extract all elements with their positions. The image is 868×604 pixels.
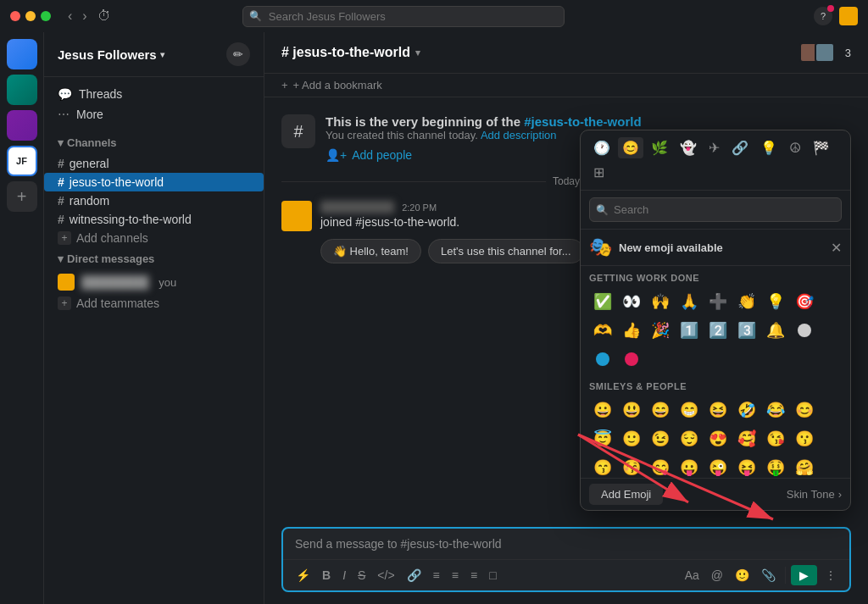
emoji-hands-heart[interactable]: 🫶 [589,317,616,344]
minimize-button[interactable] [25,11,36,21]
workspace-name[interactable]: Jesus Followers ▾ [58,47,164,62]
skin-tone-button[interactable]: Skin Tone › [787,488,842,501]
close-button[interactable] [10,11,20,21]
emoji-cat-travel[interactable]: ✈ [704,137,724,158]
send-button[interactable]: ▶ [791,565,817,585]
emoji-tool[interactable]: 🙂 [731,566,754,585]
forward-button[interactable]: › [79,7,90,25]
emoji-blue-circle[interactable] [589,346,616,373]
emoji-blush[interactable]: 😊 [791,396,818,424]
emoji-money-mouth[interactable]: 🤑 [762,454,789,478]
emoji-bullseye[interactable]: 🎯 [791,288,818,315]
emoji-smiling-hearts[interactable]: 🥰 [733,425,760,452]
add-teammates-button[interactable]: + Add teammates [44,294,264,313]
emoji-clap[interactable]: 👏 [733,288,760,315]
emoji-bulb[interactable]: 💡 [762,288,789,315]
maximize-button[interactable] [41,11,51,21]
emoji-cat-smileys[interactable]: 😊 [618,137,643,158]
emoji-joy[interactable]: 😂 [762,396,789,424]
help-button[interactable]: ? [814,7,832,25]
emoji-party[interactable]: 🎉 [647,317,674,344]
suggestion-chip-2[interactable]: Let's use this channel for... [428,239,584,263]
emoji-cat-ghost[interactable]: 👻 [676,137,701,158]
emoji-stuck-out-tongue[interactable]: 😛 [676,454,703,478]
attachment-tool[interactable]: 📎 [757,566,780,585]
emoji-cat-peace[interactable]: ☮ [785,137,805,158]
indent-tool[interactable]: ≡ [466,566,481,585]
workspace-icon-3[interactable] [7,110,37,141]
link-tool[interactable]: 🔗 [403,566,426,585]
emoji-three[interactable]: 3️⃣ [733,317,760,344]
emoji-grinning[interactable]: 😀 [589,396,616,424]
emoji-wink[interactable]: 😉 [647,425,674,452]
member-avatar-2[interactable] [815,42,835,63]
emoji-innocent[interactable]: 😇 [589,425,616,452]
channel-item-general[interactable]: # general [44,154,264,173]
emoji-slightly-smile[interactable]: 🙂 [618,425,645,452]
emoji-eyes[interactable]: 👀 [618,288,645,315]
edit-button[interactable]: ✏ [226,42,250,66]
emoji-winking-tongue[interactable]: 😜 [704,454,732,478]
global-search-input[interactable] [242,6,565,27]
dm-section-header[interactable]: ▾ Direct messages [44,247,264,270]
emoji-cat-apps[interactable]: ⊞ [589,162,609,183]
emoji-cat-recent[interactable]: 🕐 [589,137,615,158]
sidebar-item-threads[interactable]: 💬 Threads [44,84,264,104]
code-tool[interactable]: </> [373,566,398,585]
add-workspace-button[interactable]: + [7,181,37,212]
emoji-bell[interactable]: 🔔 [762,317,789,344]
workspace-icon-2[interactable] [7,75,37,105]
emoji-rofl[interactable]: 🤣 [733,396,760,424]
emoji-plus[interactable]: ➕ [704,288,732,315]
user-avatar[interactable] [839,7,858,25]
emoji-cat-symbols[interactable]: 💡 [756,137,782,158]
ordered-list-tool[interactable]: ≡ [429,566,444,585]
block-tool[interactable]: □ [485,566,500,585]
emoji-cat-nature[interactable]: 🌿 [647,137,672,158]
workspace-icon-current[interactable]: JF [7,146,37,176]
add-emoji-button[interactable]: Add Emoji [589,484,663,505]
add-channels-button[interactable]: + Add channels [44,229,264,247]
emoji-kissing-smiling[interactable]: 😙 [589,454,616,478]
bold-tool[interactable]: B [318,566,335,585]
bullet-list-tool[interactable]: ≡ [448,566,463,585]
emoji-cat-objects[interactable]: 🔗 [727,137,753,158]
emoji-thumbs-up[interactable]: 👍 [618,317,645,344]
add-description-link[interactable]: Add description [481,129,557,141]
bookmark-bar[interactable]: + + Add a bookmark [264,74,868,97]
close-banner-button[interactable]: ✕ [831,240,842,256]
channel-title[interactable]: # jesus-to-the-world ▾ [281,45,420,60]
channel-link[interactable]: #jesus-to-the-world [524,114,641,129]
bolt-tool[interactable]: ⚡ [292,566,314,585]
emoji-pray[interactable]: 🙏 [676,288,703,315]
suggestion-chip-1[interactable]: 👋 Hello, team! [320,239,421,263]
emoji-heart-eyes[interactable]: 😍 [704,425,732,452]
workspace-icon-1[interactable] [7,39,37,69]
format-tool[interactable]: Aa [681,566,704,585]
mention-tool[interactable]: @ [707,566,727,585]
emoji-hugging[interactable]: 🤗 [791,454,818,478]
emoji-cat-flags[interactable]: 🏁 [809,137,834,158]
emoji-beam[interactable]: 😁 [676,396,703,424]
emoji-smiley[interactable]: 😃 [618,396,645,424]
emoji-laughing[interactable]: 😆 [704,396,732,424]
channel-item-random[interactable]: # random [44,191,264,210]
emoji-squinting-tongue[interactable]: 😝 [733,454,760,478]
emoji-red-circle[interactable] [618,346,645,373]
emoji-kissing-closed[interactable]: 😚 [618,454,645,478]
strikethrough-tool[interactable]: S [353,566,370,585]
emoji-one[interactable]: 1️⃣ [676,317,703,344]
channel-item-witnessing[interactable]: # witnessing-to-the-world [44,210,264,229]
channels-section-header[interactable]: ▾ Channels [44,131,264,154]
emoji-kissing[interactable]: 😗 [791,425,818,452]
history-button[interactable]: ⏱ [94,7,114,25]
back-button[interactable]: ‹ [64,7,75,25]
sidebar-item-more[interactable]: ⋯ More [44,104,264,125]
dm-item-you[interactable]: ████████ you [44,270,264,294]
emoji-search-input[interactable] [589,197,842,222]
emoji-kissing-heart[interactable]: 😘 [762,425,789,452]
emoji-checkmark[interactable]: ✅ [589,288,616,315]
more-send-options[interactable]: ⋮ [821,566,841,585]
emoji-smile[interactable]: 😄 [647,396,674,424]
emoji-raised-hands[interactable]: 🙌 [647,288,674,315]
